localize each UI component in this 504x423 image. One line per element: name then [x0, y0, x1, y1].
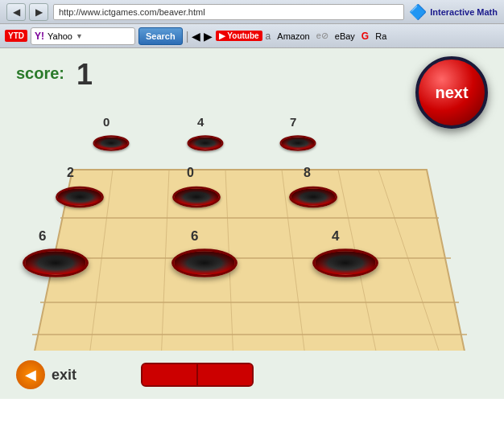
hole-5-visual — [172, 187, 221, 207]
a-icon: a — [266, 31, 271, 42]
yahoo-y-icon: Y! — [35, 31, 44, 42]
score-label: score: — [16, 64, 64, 83]
exit-button[interactable]: ◀ exit — [16, 360, 76, 389]
url-text: http://www.ictgames.com/beaver.html — [59, 7, 205, 17]
bottom-bar: ◀ exit — [0, 351, 504, 399]
hole-3-visual — [280, 135, 316, 151]
hole-4-number: 2 — [67, 166, 74, 180]
floor-background — [8, 105, 491, 363]
hole-8-visual — [171, 248, 238, 277]
hole-2-visual — [188, 135, 224, 151]
browser-titlebar: ◀ ▶ http://www.ictgames.com/beaver.html … — [0, 0, 504, 24]
yahoo-dropdown-icon[interactable]: ▼ — [76, 32, 83, 40]
hole-2[interactable]: 4 — [181, 133, 238, 165]
hole-5-number: 0 — [187, 166, 194, 180]
toolbar-arrow2: ▶ — [204, 30, 213, 43]
hole-1-visual — [93, 135, 130, 151]
search-button[interactable]: Search — [138, 27, 183, 45]
hole-1[interactable]: 0 — [87, 133, 143, 165]
hole-7[interactable]: 6 — [24, 249, 81, 281]
progress-bar-area — [141, 363, 254, 387]
nav-buttons: ◀ ▶ — [6, 3, 48, 21]
extra-link[interactable]: Ra — [372, 31, 390, 41]
hole-8[interactable]: 6 — [173, 249, 229, 281]
hole-1-number: 0 — [103, 115, 109, 129]
exit-label: exit — [52, 367, 76, 384]
yahoo-area: Y! Yahoo ▼ — [31, 27, 135, 45]
browser-toolbar: YTD Y! Yahoo ▼ Search | ◀ ▶ ▶ Youtube a … — [0, 24, 504, 48]
browser-title: Interactive Math — [430, 7, 498, 17]
ra-icon: G — [361, 31, 369, 42]
exit-arrow-icon: ◀ — [16, 360, 45, 389]
youtube-icon[interactable]: ▶ Youtube — [216, 31, 262, 41]
hole-8-number: 6 — [191, 228, 198, 244]
toolbar-arrow: ◀ — [192, 30, 200, 43]
amazon-link[interactable]: Amazon — [274, 31, 312, 41]
yahoo-combo: Y! Yahoo ▼ — [31, 27, 135, 45]
forward-button[interactable]: ▶ — [29, 3, 48, 21]
ebay-prefix: e⊘ — [316, 31, 328, 41]
yahoo-label: Yahoo — [48, 31, 72, 41]
hole-9[interactable]: 4 — [314, 249, 370, 281]
progress-bar — [141, 363, 254, 387]
progress-seg-1 — [143, 364, 198, 385]
hole-6-number: 8 — [304, 166, 311, 180]
address-bar[interactable]: http://www.ictgames.com/beaver.html — [53, 4, 404, 20]
hole-3[interactable]: 7 — [274, 133, 330, 165]
browser-title-area: 🔷 Interactive Math — [409, 3, 498, 21]
hole-4[interactable]: 2 — [52, 185, 109, 217]
hole-2-number: 4 — [197, 115, 204, 129]
progress-seg-2 — [198, 364, 252, 385]
youtube-label: Youtube — [227, 31, 258, 40]
hole-9-number: 4 — [332, 228, 339, 244]
hole-5[interactable]: 0 — [169, 185, 225, 217]
hole-7-number: 6 — [39, 228, 46, 244]
ebay-link[interactable]: eBay — [332, 31, 358, 41]
game-container: score: 1 next 0 4 7 2 — [0, 48, 504, 399]
ytd-badge[interactable]: YTD — [5, 30, 27, 42]
hole-6[interactable]: 8 — [286, 185, 342, 217]
hole-9-visual — [312, 248, 378, 277]
hole-6-visual — [289, 187, 337, 207]
toolbar-divider: | — [186, 30, 189, 43]
hole-3-number: 7 — [290, 115, 296, 129]
back-button[interactable]: ◀ — [6, 3, 26, 21]
hole-7-visual — [23, 248, 89, 277]
score-value: 1 — [76, 58, 93, 92]
hole-4-visual — [56, 187, 104, 207]
